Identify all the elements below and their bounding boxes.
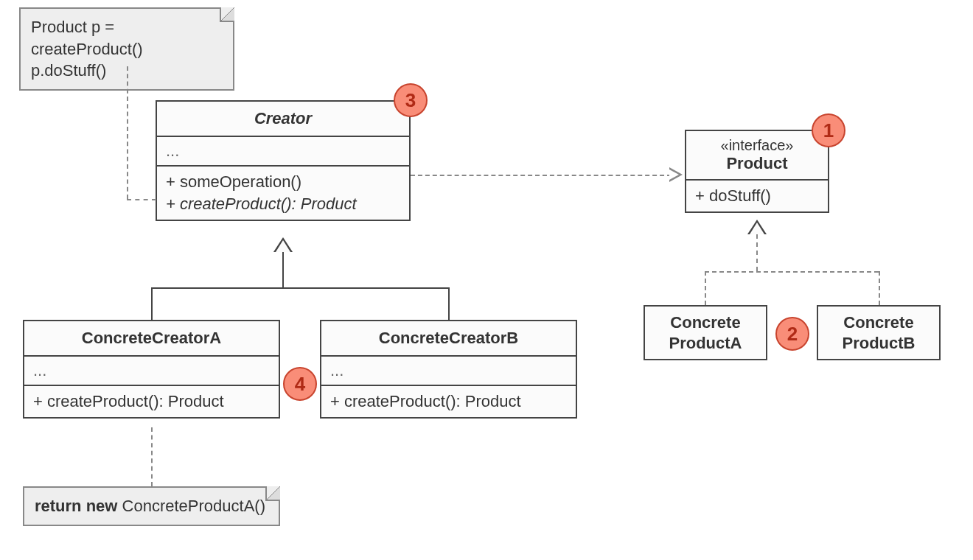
operation-abstract: + createProduct(): Product (166, 193, 400, 215)
class-title: Concrete (651, 312, 760, 333)
class-attrs: ... (321, 355, 576, 385)
operation: + createProduct(): Product (330, 391, 567, 413)
connector-line (705, 271, 879, 273)
stereotype: «interface» (692, 137, 822, 154)
class-title: ProductA (651, 333, 760, 354)
note-concrete-creator-a: return new ConcreteProductA() (23, 486, 280, 526)
badge-1: 1 (812, 113, 845, 147)
badge-4: 4 (283, 367, 317, 401)
class-concrete-product-b: Concrete ProductB (817, 305, 941, 360)
note-anchor (127, 66, 128, 199)
connector-line (879, 271, 880, 305)
connector-line (448, 287, 450, 320)
connector-line (282, 252, 284, 287)
class-attrs: ... (24, 355, 279, 385)
note-anchor (151, 427, 153, 486)
class-attrs: ... (157, 136, 409, 165)
operation: + createProduct(): Product (33, 391, 270, 413)
triangle-icon (276, 240, 290, 252)
operation: + someOperation() (166, 171, 400, 193)
connector-line (705, 271, 706, 305)
class-title-block: «interface» Product (686, 131, 828, 179)
badge-3: 3 (394, 83, 428, 117)
connector-line (756, 234, 758, 271)
class-concrete-creator-a: ConcreteCreatorA ... + createProduct(): … (23, 320, 280, 419)
dependency-line (411, 175, 672, 176)
triangle-icon (750, 223, 764, 234)
class-title: Product (692, 154, 822, 173)
arrow-icon (669, 167, 683, 182)
class-ops: + createProduct(): Product (24, 385, 279, 417)
note-line: Product p = createProduct() (31, 16, 223, 60)
class-ops: + someOperation() + createProduct(): Pro… (157, 165, 409, 220)
class-title: Creator (157, 102, 409, 136)
class-title: ConcreteCreatorB (321, 321, 576, 355)
class-creator: Creator ... + someOperation() + createPr… (156, 100, 411, 221)
class-title-block: Concrete ProductA (645, 307, 766, 359)
note-bold: return new (35, 497, 117, 515)
class-concrete-product-a: Concrete ProductA (644, 305, 767, 360)
class-ops: + doStuff() (686, 179, 828, 211)
note-rest: ConcreteProductA() (117, 497, 265, 515)
class-title: ConcreteCreatorA (24, 321, 279, 355)
note-anchor (127, 199, 156, 200)
operation: + doStuff() (695, 185, 819, 207)
badge-2: 2 (775, 317, 809, 351)
class-ops: + createProduct(): Product (321, 385, 576, 417)
class-concrete-creator-b: ConcreteCreatorB ... + createProduct(): … (320, 320, 577, 419)
class-title-block: Concrete ProductB (818, 307, 939, 359)
class-title: ProductB (824, 333, 933, 354)
connector-line (151, 287, 450, 289)
connector-line (151, 287, 153, 320)
class-title: Concrete (824, 312, 933, 333)
class-product-interface: «interface» Product + doStuff() (685, 130, 829, 213)
